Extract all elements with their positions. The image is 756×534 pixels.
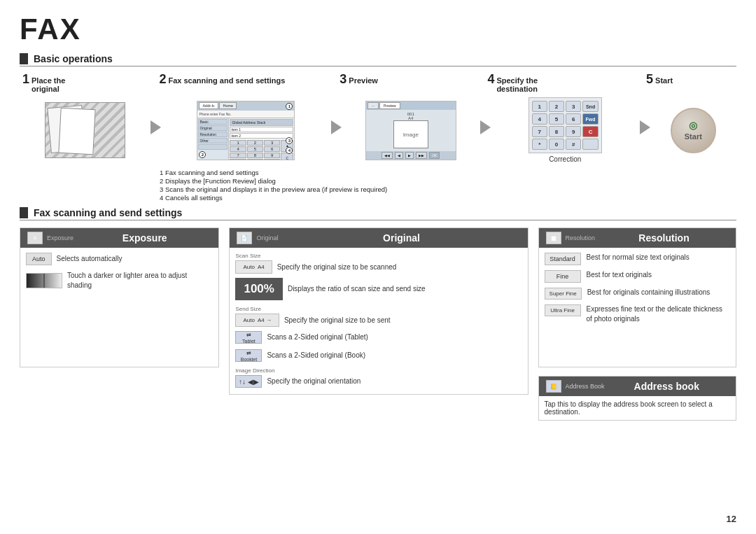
- basic-operations-section: Basic operations 1 Place the original 2 …: [20, 53, 736, 202]
- step-2-title: Fax scanning and send settings: [168, 76, 285, 85]
- kp-4-b: 4: [532, 113, 547, 125]
- note-3: 3 Scans the original and displays it in …: [160, 185, 736, 193]
- orig-img-dir-text: Specify the original orientation: [267, 377, 360, 386]
- page-title: FAX: [20, 13, 736, 46]
- step-3-title: Preview: [349, 76, 378, 85]
- orig-img-dir-inner: ↑↓ ◀▶ Specify the original orientation: [235, 375, 522, 388]
- img-dir-label-sm: Image Direction: [235, 367, 522, 374]
- orig-2sided-booklet-btn[interactable]: ⇄ Booklet: [235, 349, 262, 362]
- original-mini-label: Original: [256, 234, 278, 241]
- step-2-header: 2 Fax scanning and send settings: [156, 72, 337, 87]
- right-col: ▦ Resolution Resolution Standard Best fo…: [538, 227, 736, 421]
- step-4-screen: 1 2 3 Snd 4 5 6 Fwd 7 8 9 C * 0 #: [528, 97, 602, 153]
- orig-img-dir-btn[interactable]: ↑↓ ◀▶: [235, 375, 262, 388]
- fax-right-panel: Global Address Stack item 1 item 2 1 2 3…: [229, 118, 294, 160]
- correction-label: Correction: [549, 155, 581, 163]
- preview-doc-rect: Image: [393, 120, 428, 148]
- kp-9-b: 9: [566, 126, 581, 137]
- kp-7: 7: [230, 153, 246, 158]
- send-size-label-sm: Send Size: [235, 306, 522, 312]
- address-book-header: 📒 Address Book Address book: [539, 377, 736, 396]
- res-ultra-fine-btn[interactable]: Ultra Fine: [545, 304, 581, 316]
- exposure-gradient-bar: [26, 273, 62, 288]
- exposure-header: ≡ Exposure Exposure: [20, 228, 218, 248]
- step-5-title: Start: [655, 76, 673, 85]
- kp-3: 3: [264, 140, 280, 146]
- orig-scan-size-btn[interactable]: Auto A4: [235, 260, 272, 274]
- scan-settings-row: ≡ Exposure Exposure Auto Selects automat…: [20, 227, 736, 421]
- kp-4: 4: [230, 146, 246, 152]
- callout-2: 2: [199, 151, 206, 158]
- fax-scan-title-row: Fax scanning and send settings: [20, 207, 736, 218]
- arrow-2: [331, 120, 342, 140]
- orig-2sided-tablet-text: Scans a 2-Sided original (Tablet): [267, 332, 368, 342]
- addr-book-mini-label: Address Book: [566, 383, 605, 390]
- triangle-right-3: [480, 120, 491, 134]
- res-fine-btn[interactable]: Fine: [545, 270, 581, 283]
- start-label: Start: [685, 132, 702, 141]
- step-1-title: Place the: [31, 76, 65, 85]
- step-4-subtitle: destination: [496, 85, 538, 93]
- kp-star: *: [230, 159, 246, 160]
- fax-panel-other1: Other: [198, 138, 227, 143]
- exposure-row-2: Touch a darker or lighter area to adjust…: [26, 271, 213, 290]
- kp-c-b: C: [582, 126, 598, 137]
- orig-ratio-btn[interactable]: 100%: [235, 278, 282, 300]
- exposure-row-1: Auto Selects automatically: [26, 253, 213, 265]
- orig-row-2sided-booklet: ⇄ Booklet Scans a 2-Sided original (Book…: [235, 349, 522, 362]
- preview-tabbar: ··· Preview: [366, 101, 456, 110]
- callout-4: 4: [286, 147, 293, 154]
- start-circle-icon: ◎: [689, 120, 697, 131]
- resolution-header: ▦ Resolution Resolution: [539, 228, 736, 248]
- step-1-num: 1: [22, 72, 29, 87]
- step-2-num: 2: [159, 72, 166, 87]
- two-sided-tablet-label: Tablet: [242, 339, 255, 344]
- kp-2-b: 2: [549, 101, 564, 112]
- orig-row-send-size: Send Size Auto A4 → Specify the original…: [235, 306, 522, 327]
- step-1-subtitle: original: [31, 85, 65, 93]
- step-2-screen: Addr-b. Home Phone enter Fax No. Basic O…: [197, 101, 295, 160]
- fax-numpad-inner: 1 2 3 4 5 6 7 8 9 * 0 #: [230, 140, 280, 160]
- res-standard-btn[interactable]: Standard: [545, 253, 581, 265]
- address-book-panel: 📒 Address Book Address book Tap this to …: [538, 376, 736, 421]
- res-row-standard: Standard Best for normal size text origi…: [545, 253, 730, 265]
- prev-tab-1: ···: [368, 102, 379, 109]
- kp-2: 2: [247, 140, 263, 146]
- kp-star-b: *: [532, 139, 547, 150]
- step-1-image-cell: [20, 102, 150, 158]
- note-1: 1 Fax scanning and send settings: [160, 169, 736, 176]
- preview-bottom-bar: ◀◀ ◀ ▶ ▶▶ OK: [366, 151, 456, 160]
- original-header: 📄 Original Original: [230, 228, 527, 248]
- step-4-num: 4: [487, 72, 494, 87]
- fax-scan-section: Fax scanning and send settings ≡ Exposur…: [20, 207, 736, 421]
- triangle-right-1: [150, 120, 161, 134]
- kp-sound-b: Snd: [582, 101, 598, 112]
- kp-0: 0: [247, 159, 263, 160]
- kp-5-b: 5: [549, 113, 564, 125]
- step-5-num: 5: [646, 72, 653, 87]
- arrow-4: [640, 120, 650, 140]
- fax-addr-top-bar: Global Address Stack: [230, 119, 293, 126]
- addr-book-title: Address book: [605, 381, 729, 392]
- prev-btn-4: ▶▶: [416, 152, 427, 159]
- orig-row-ratio: 100% Displays the ratio of scan size and…: [235, 278, 522, 300]
- paper-2: [58, 108, 95, 155]
- resolution-header-icon: ▦: [546, 232, 561, 244]
- res-super-fine-text: Best for originals containing illustrati…: [587, 288, 730, 297]
- triangle-right-2: [331, 120, 342, 134]
- fax-panel-original: Original: [198, 125, 227, 131]
- step-1-header: 1 Place the original: [20, 72, 156, 93]
- step-3-num: 3: [340, 72, 346, 87]
- step-3-image-cell: ··· Preview 001 A4 Image ◀◀ ◀ ▶ ▶▶ OK: [342, 101, 480, 160]
- callout-1: 1: [286, 103, 293, 110]
- res-super-fine-btn[interactable]: Super Fine: [545, 288, 582, 300]
- fax-screen-main: Basic Original Resolution Other Global A…: [197, 118, 294, 160]
- orig-send-size-btn[interactable]: Auto A4 →: [235, 314, 279, 327]
- prev-btn-2: ◀: [395, 152, 403, 159]
- orig-2sided-tablet-btn[interactable]: ⇄ Tablet: [235, 331, 262, 344]
- kp-8: 8: [247, 153, 263, 158]
- resolution-panel: ▦ Resolution Resolution Standard Best fo…: [538, 227, 736, 367]
- exposure-auto-btn[interactable]: Auto: [26, 253, 52, 265]
- step-5-image-cell: ◎ Start: [650, 108, 736, 153]
- address-book-body: Tap this to display the address book scr…: [539, 396, 736, 420]
